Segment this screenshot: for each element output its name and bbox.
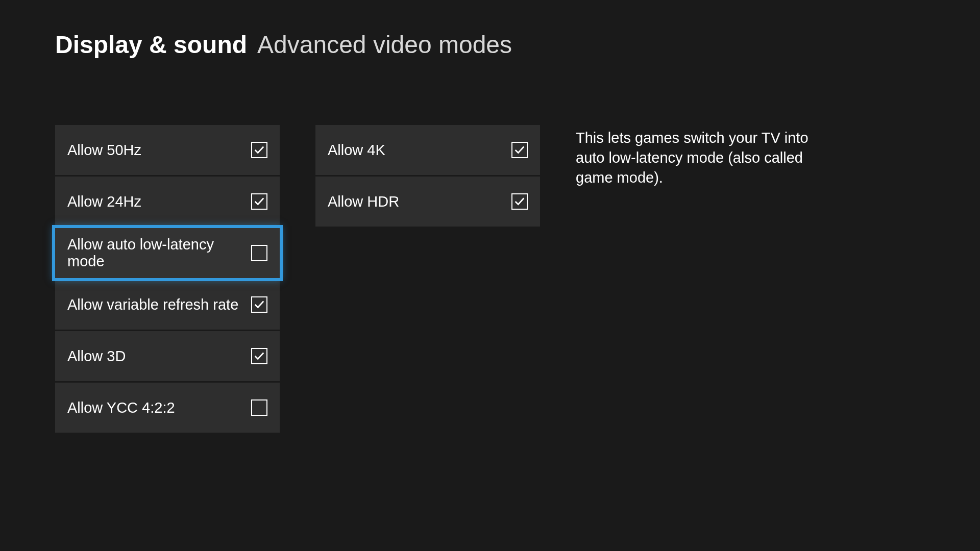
header: Display & sound Advanced video modes	[0, 0, 980, 59]
option-allow-24hz[interactable]: Allow 24Hz	[55, 177, 280, 227]
option-allow-50hz[interactable]: Allow 50Hz	[55, 125, 280, 175]
options-column-2: Allow 4KAllow HDR	[315, 125, 540, 227]
content: Allow 50HzAllow 24HzAllow auto low-laten…	[0, 59, 980, 433]
option-label: Allow 4K	[328, 142, 385, 159]
option-allow-ycc-422[interactable]: Allow YCC 4:2:2	[55, 383, 280, 433]
checkbox-icon	[511, 193, 528, 210]
option-allow-auto-low-latency-mode[interactable]: Allow auto low-latency mode	[55, 228, 280, 278]
option-label: Allow auto low-latency mode	[67, 236, 251, 270]
checkbox-icon	[251, 245, 267, 261]
header-subtitle: Advanced video modes	[257, 31, 512, 59]
option-allow-variable-refresh-rate[interactable]: Allow variable refresh rate	[55, 280, 280, 330]
checkbox-icon	[251, 193, 267, 210]
checkbox-icon	[251, 296, 267, 313]
option-allow-hdr[interactable]: Allow HDR	[315, 177, 540, 227]
option-description: This lets games switch your TV into auto…	[576, 125, 811, 188]
option-label: Allow 50Hz	[67, 142, 141, 159]
option-label: Allow 3D	[67, 348, 126, 365]
options-column-1: Allow 50HzAllow 24HzAllow auto low-laten…	[55, 125, 280, 433]
option-label: Allow YCC 4:2:2	[67, 399, 175, 416]
checkbox-icon	[251, 348, 267, 364]
option-allow-4k[interactable]: Allow 4K	[315, 125, 540, 175]
checkbox-icon	[251, 142, 267, 158]
option-label: Allow 24Hz	[67, 193, 141, 210]
checkbox-icon	[251, 399, 267, 416]
checkbox-icon	[511, 142, 528, 158]
option-label: Allow HDR	[328, 193, 399, 210]
header-title: Display & sound	[55, 31, 247, 59]
option-allow-3d[interactable]: Allow 3D	[55, 331, 280, 381]
option-label: Allow variable refresh rate	[67, 296, 238, 313]
